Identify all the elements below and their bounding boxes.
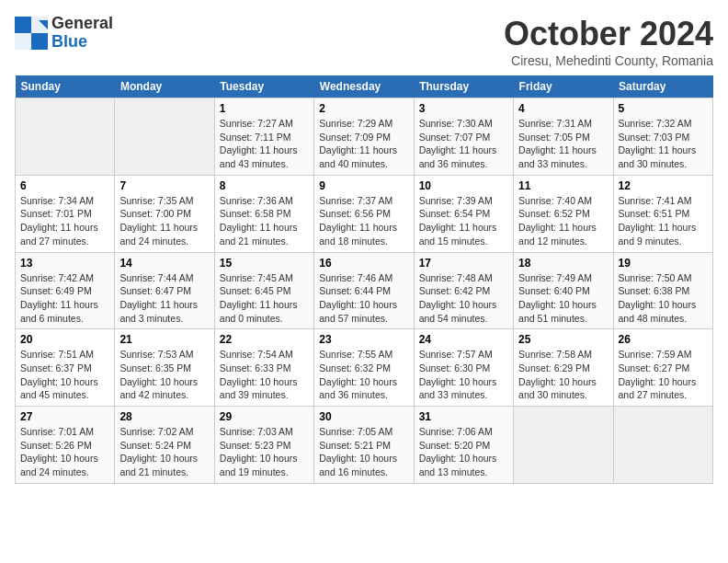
calendar-day-cell: 13Sunrise: 7:42 AM Sunset: 6:49 PM Dayli… <box>16 252 115 329</box>
day-number: 8 <box>220 179 309 192</box>
day-number: 4 <box>518 102 608 115</box>
calendar-day-cell: 12Sunrise: 7:41 AM Sunset: 6:51 PM Dayli… <box>613 175 712 252</box>
day-info: Sunrise: 7:51 AM Sunset: 6:37 PM Dayligh… <box>20 348 109 402</box>
day-number: 12 <box>619 179 708 192</box>
day-number: 15 <box>220 257 309 270</box>
subtitle: Ciresu, Mehedinti County, Romania <box>504 53 713 68</box>
day-info: Sunrise: 7:45 AM Sunset: 6:45 PM Dayligh… <box>220 271 309 326</box>
logo: General Blue <box>15 15 113 52</box>
day-info: Sunrise: 7:32 AM Sunset: 7:03 PM Dayligh… <box>619 117 708 171</box>
calendar-day-cell: 25Sunrise: 7:58 AM Sunset: 6:29 PM Dayli… <box>514 329 613 407</box>
calendar-day-cell: 7Sunrise: 7:35 AM Sunset: 7:00 PM Daylig… <box>115 175 214 252</box>
calendar-table: SundayMondayTuesdayWednesdayThursdayFrid… <box>15 75 713 484</box>
calendar-day-cell: 29Sunrise: 7:03 AM Sunset: 5:23 PM Dayli… <box>214 407 313 484</box>
day-number: 7 <box>119 179 209 192</box>
day-info: Sunrise: 7:03 AM Sunset: 5:23 PM Dayligh… <box>220 425 309 479</box>
calendar-day-cell: 19Sunrise: 7:50 AM Sunset: 6:38 PM Dayli… <box>613 252 712 329</box>
page-header: General Blue October 2024 Ciresu, Mehedi… <box>15 15 713 68</box>
day-number: 6 <box>20 179 109 192</box>
calendar-day-cell <box>16 98 115 176</box>
svg-rect-0 <box>15 17 31 33</box>
day-of-week-header: Saturday <box>613 75 712 98</box>
calendar-day-cell <box>514 407 613 484</box>
day-info: Sunrise: 7:31 AM Sunset: 7:05 PM Dayligh… <box>518 117 608 171</box>
calendar-day-cell: 3Sunrise: 7:30 AM Sunset: 7:07 PM Daylig… <box>414 98 513 176</box>
calendar-day-cell: 26Sunrise: 7:59 AM Sunset: 6:27 PM Dayli… <box>613 329 712 407</box>
calendar-day-cell: 30Sunrise: 7:05 AM Sunset: 5:21 PM Dayli… <box>314 407 414 484</box>
calendar-day-cell: 10Sunrise: 7:39 AM Sunset: 6:54 PM Dayli… <box>414 175 513 252</box>
calendar-day-cell: 21Sunrise: 7:53 AM Sunset: 6:35 PM Dayli… <box>115 329 214 407</box>
day-number: 16 <box>319 257 408 270</box>
day-number: 5 <box>619 102 708 115</box>
day-number: 23 <box>319 333 408 346</box>
day-number: 30 <box>319 410 408 423</box>
day-number: 20 <box>20 333 109 346</box>
day-info: Sunrise: 7:53 AM Sunset: 6:35 PM Dayligh… <box>119 348 209 402</box>
calendar-day-cell: 14Sunrise: 7:44 AM Sunset: 6:47 PM Dayli… <box>115 252 214 329</box>
day-info: Sunrise: 7:41 AM Sunset: 6:51 PM Dayligh… <box>619 194 708 248</box>
day-of-week-header: Sunday <box>16 75 115 98</box>
calendar-day-cell: 23Sunrise: 7:55 AM Sunset: 6:32 PM Dayli… <box>314 329 414 407</box>
day-info: Sunrise: 7:59 AM Sunset: 6:27 PM Dayligh… <box>619 348 708 402</box>
day-number: 26 <box>619 333 708 346</box>
day-info: Sunrise: 7:35 AM Sunset: 7:00 PM Dayligh… <box>119 194 209 248</box>
day-info: Sunrise: 7:37 AM Sunset: 6:56 PM Dayligh… <box>319 194 408 248</box>
day-of-week-header: Friday <box>514 75 613 98</box>
calendar-day-cell: 24Sunrise: 7:57 AM Sunset: 6:30 PM Dayli… <box>414 329 513 407</box>
day-number: 2 <box>319 102 408 115</box>
svg-rect-2 <box>15 33 31 50</box>
calendar-day-cell: 9Sunrise: 7:37 AM Sunset: 6:56 PM Daylig… <box>314 175 414 252</box>
day-number: 27 <box>20 410 109 423</box>
day-info: Sunrise: 7:05 AM Sunset: 5:21 PM Dayligh… <box>319 425 408 479</box>
day-info: Sunrise: 7:48 AM Sunset: 6:42 PM Dayligh… <box>419 271 508 326</box>
day-info: Sunrise: 7:55 AM Sunset: 6:32 PM Dayligh… <box>319 348 408 402</box>
day-info: Sunrise: 7:57 AM Sunset: 6:30 PM Dayligh… <box>419 348 508 402</box>
day-number: 18 <box>518 257 608 270</box>
calendar-day-cell: 16Sunrise: 7:46 AM Sunset: 6:44 PM Dayli… <box>314 252 414 329</box>
day-number: 13 <box>20 257 109 270</box>
calendar-day-cell: 20Sunrise: 7:51 AM Sunset: 6:37 PM Dayli… <box>16 329 115 407</box>
calendar-day-cell: 1Sunrise: 7:27 AM Sunset: 7:11 PM Daylig… <box>214 98 313 176</box>
day-number: 25 <box>518 333 608 346</box>
day-number: 24 <box>419 333 508 346</box>
day-number: 17 <box>419 257 508 270</box>
calendar-day-cell: 4Sunrise: 7:31 AM Sunset: 7:05 PM Daylig… <box>514 98 613 176</box>
day-number: 28 <box>119 410 209 423</box>
day-of-week-header: Wednesday <box>314 75 414 98</box>
day-number: 19 <box>619 257 708 270</box>
calendar-day-cell: 18Sunrise: 7:49 AM Sunset: 6:40 PM Dayli… <box>514 252 613 329</box>
logo-icon <box>15 17 48 50</box>
calendar-day-cell: 6Sunrise: 7:34 AM Sunset: 7:01 PM Daylig… <box>16 175 115 252</box>
day-info: Sunrise: 7:58 AM Sunset: 6:29 PM Dayligh… <box>518 348 608 402</box>
day-info: Sunrise: 7:36 AM Sunset: 6:58 PM Dayligh… <box>220 194 309 248</box>
month-title: October 2024 <box>504 15 713 53</box>
day-info: Sunrise: 7:50 AM Sunset: 6:38 PM Dayligh… <box>619 271 708 326</box>
calendar-day-cell: 28Sunrise: 7:02 AM Sunset: 5:24 PM Dayli… <box>115 407 214 484</box>
day-info: Sunrise: 7:30 AM Sunset: 7:07 PM Dayligh… <box>419 117 508 171</box>
logo-part2: Blue <box>51 32 87 51</box>
day-of-week-header: Tuesday <box>214 75 313 98</box>
day-number: 9 <box>319 179 408 192</box>
calendar-day-cell: 22Sunrise: 7:54 AM Sunset: 6:33 PM Dayli… <box>214 329 313 407</box>
day-number: 21 <box>119 333 209 346</box>
calendar-day-cell: 15Sunrise: 7:45 AM Sunset: 6:45 PM Dayli… <box>214 252 313 329</box>
day-info: Sunrise: 7:27 AM Sunset: 7:11 PM Dayligh… <box>220 117 309 171</box>
day-info: Sunrise: 7:02 AM Sunset: 5:24 PM Dayligh… <box>119 425 209 479</box>
day-number: 22 <box>220 333 309 346</box>
day-of-week-header: Thursday <box>414 75 513 98</box>
day-number: 3 <box>419 102 508 115</box>
calendar-header-row: SundayMondayTuesdayWednesdayThursdayFrid… <box>16 75 713 98</box>
day-info: Sunrise: 7:42 AM Sunset: 6:49 PM Dayligh… <box>20 271 109 326</box>
calendar-week-row: 6Sunrise: 7:34 AM Sunset: 7:01 PM Daylig… <box>16 175 713 252</box>
day-number: 11 <box>518 179 608 192</box>
day-info: Sunrise: 7:40 AM Sunset: 6:52 PM Dayligh… <box>518 194 608 248</box>
day-number: 29 <box>220 410 309 423</box>
day-info: Sunrise: 7:39 AM Sunset: 6:54 PM Dayligh… <box>419 194 508 248</box>
day-info: Sunrise: 7:01 AM Sunset: 5:26 PM Dayligh… <box>20 425 109 479</box>
day-number: 1 <box>220 102 309 115</box>
calendar-day-cell: 5Sunrise: 7:32 AM Sunset: 7:03 PM Daylig… <box>613 98 712 176</box>
calendar-day-cell: 31Sunrise: 7:06 AM Sunset: 5:20 PM Dayli… <box>414 407 513 484</box>
day-of-week-header: Monday <box>115 75 214 98</box>
svg-rect-3 <box>31 33 48 50</box>
day-info: Sunrise: 7:06 AM Sunset: 5:20 PM Dayligh… <box>419 425 508 479</box>
